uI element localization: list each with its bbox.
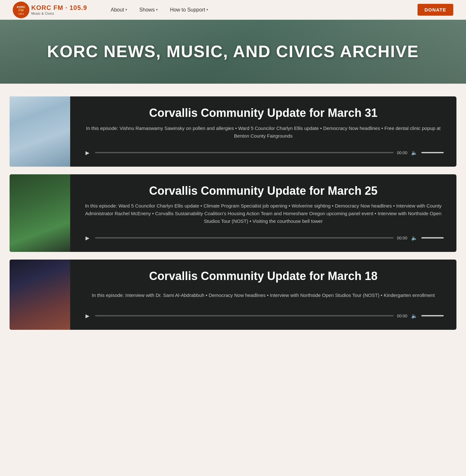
play-button[interactable]: ▶ (83, 233, 92, 242)
audio-player: ▶ 00:00 🔈 (83, 231, 444, 244)
volume-fill (421, 152, 444, 153)
nav-how-to-support[interactable]: How to Support ▾ (166, 4, 213, 15)
navbar: KORC FM 105.9 KORC FM · 105.9 Music & Ci… (0, 0, 466, 20)
logo-circle: KORC FM 105.9 (13, 2, 29, 18)
svg-text:105.9: 105.9 (18, 13, 24, 15)
audio-player: ▶ 00:00 🔈 (83, 146, 444, 159)
svg-text:FM: FM (18, 8, 24, 12)
volume-slider[interactable] (421, 237, 444, 238)
episode-body: Corvallis Community Update for March 25 … (70, 174, 456, 252)
logo[interactable]: KORC FM 105.9 KORC FM · 105.9 Music & Ci… (13, 2, 87, 18)
volume-fill (421, 315, 444, 316)
episode-title: Corvallis Community Update for March 25 (83, 184, 444, 198)
episode-list: Corvallis Community Update for March 31 … (0, 84, 466, 343)
episode-card: Corvallis Community Update for March 25 … (10, 174, 456, 252)
volume-fill (421, 237, 444, 238)
episode-card: Corvallis Community Update for March 31 … (10, 96, 456, 167)
time-display: 00:00 (397, 150, 407, 155)
episode-description: In this episode: Interview with Dr. Sami… (83, 291, 444, 299)
time-display: 00:00 (397, 314, 407, 318)
nav-shows[interactable]: Shows ▾ (135, 4, 162, 15)
about-chevron-icon: ▾ (125, 8, 127, 12)
time-display: 00:00 (397, 236, 407, 240)
volume-slider[interactable] (421, 152, 444, 153)
progress-bar[interactable] (95, 315, 394, 316)
episode-title: Corvallis Community Update for March 31 (83, 106, 444, 120)
hero-banner: KORC NEWS, MUSIC, AND CIVICS ARCHIVE (0, 20, 466, 84)
episode-title: Corvallis Community Update for March 18 (83, 269, 444, 283)
episode-thumbnail (10, 96, 70, 167)
donate-button[interactable]: DONATE (418, 4, 453, 16)
mute-button[interactable]: 🔈 (411, 149, 418, 156)
shows-chevron-icon: ▾ (156, 8, 158, 12)
episode-body: Corvallis Community Update for March 31 … (70, 96, 456, 167)
episode-thumbnail (10, 174, 70, 252)
episode-thumbnail (10, 260, 70, 330)
episode-description: In this episode: Ward 5 Councilor Charly… (83, 202, 444, 225)
logo-tagline: Music & Civics (31, 11, 54, 15)
mute-button[interactable]: 🔈 (411, 234, 418, 242)
logo-text: KORC FM · 105.9 Music & Civics (31, 4, 87, 15)
episode-body: Corvallis Community Update for March 18 … (70, 260, 456, 330)
volume-slider[interactable] (421, 315, 444, 316)
audio-player: ▶ 00:00 🔈 (83, 309, 444, 322)
play-button[interactable]: ▶ (83, 311, 92, 320)
play-button[interactable]: ▶ (83, 148, 92, 157)
nav-links: About ▾ Shows ▾ How to Support ▾ (106, 4, 418, 15)
nav-about[interactable]: About ▾ (106, 4, 132, 15)
progress-bar[interactable] (95, 152, 394, 153)
hero-title: KORC NEWS, MUSIC, AND CIVICS ARCHIVE (47, 42, 419, 61)
episode-description: In this episode: Vishnu Ramaswamy Sawins… (83, 125, 444, 140)
progress-bar[interactable] (95, 237, 394, 238)
mute-button[interactable]: 🔈 (411, 312, 418, 320)
logo-station-name: KORC FM · 105.9 (31, 4, 87, 11)
support-chevron-icon: ▾ (206, 8, 208, 12)
logo-icon: KORC FM 105.9 (13, 2, 29, 18)
episode-card: Corvallis Community Update for March 18 … (10, 260, 456, 330)
